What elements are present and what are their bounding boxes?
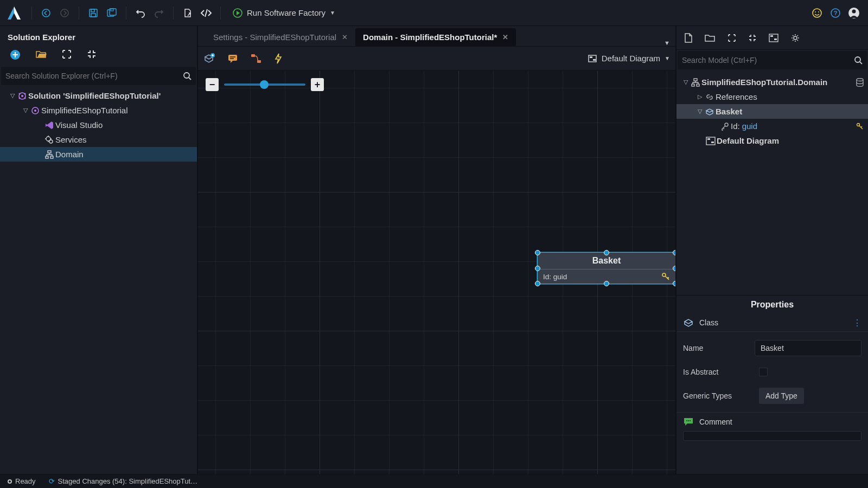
play-icon (233, 8, 242, 18)
visual-studio-icon (43, 120, 55, 130)
model-references[interactable]: ▷ References (676, 89, 868, 104)
save-all-button[interactable] (104, 5, 119, 21)
prop-abstract-checkbox[interactable] (759, 368, 768, 376)
expand-all-button[interactable] (62, 49, 72, 60)
model-default-diagram[interactable]: Default Diagram (676, 133, 868, 148)
zoom-in-button[interactable]: + (311, 78, 324, 91)
item-label: Visual Studio (55, 120, 103, 130)
id-type[interactable]: guid (742, 121, 757, 131)
link-icon (704, 93, 716, 101)
comment-section: Comment (676, 412, 868, 431)
services-icon (43, 135, 55, 145)
add-button[interactable] (10, 49, 21, 60)
solution-node[interactable]: ▽ Solution 'SimplifiedEShopTutorial' (0, 88, 197, 103)
status-bar: Ready ⟳Staged Changes (54): SimplifiedES… (0, 474, 868, 488)
add-event-button[interactable] (274, 53, 283, 65)
svg-point-24 (24, 93, 26, 94)
solution-search[interactable] (1, 67, 196, 85)
run-software-factory-button[interactable]: Run Software Factory ▼ (227, 4, 341, 22)
entity-basket[interactable]: Basket Id: guid (537, 252, 675, 284)
new-file-button[interactable] (684, 33, 693, 43)
back-button[interactable] (39, 5, 54, 21)
svg-point-26 (24, 97, 26, 99)
editor-tabs: Settings - SimplifiedEShopTutorial ✕ Dom… (198, 26, 675, 47)
collapse-all-button[interactable] (748, 34, 757, 42)
expand-all-button[interactable] (727, 34, 736, 42)
model-root-label: SimplifiedEShopTutorial.Domain (701, 78, 827, 87)
caret-icon: ▽ (22, 107, 29, 114)
status-ready: Ready (8, 477, 36, 485)
zoom-slider[interactable] (224, 84, 305, 86)
diagram-view-button[interactable] (769, 34, 778, 42)
svg-point-58 (690, 420, 691, 421)
open-folder-button[interactable] (36, 49, 47, 60)
svg-point-46 (855, 57, 860, 62)
add-class-button[interactable] (203, 53, 215, 65)
model-search[interactable] (678, 51, 867, 69)
zoom-out-button[interactable]: − (206, 78, 219, 91)
tab-overflow-button[interactable]: ▼ (664, 40, 670, 46)
add-comment-button[interactable] (227, 53, 238, 64)
solution-icon (16, 91, 28, 101)
tab-label: Settings - SimplifiedEShopTutorial (213, 33, 336, 42)
default-diagram-label: Default Diagram (717, 136, 779, 145)
collapse-all-button[interactable] (87, 49, 97, 60)
settings-button[interactable] (790, 33, 800, 43)
svg-point-56 (686, 420, 687, 421)
solution-explorer-panel: Solution Explorer ▽ Solution 'Simplified… (0, 26, 198, 474)
code-button[interactable] (199, 5, 214, 21)
main-toolbar: Run Software Factory ▼ ? (0, 0, 868, 26)
svg-point-30 (49, 140, 53, 143)
model-id-attribute[interactable]: Id: guid (676, 119, 868, 133)
svg-rect-37 (257, 60, 261, 63)
save-button[interactable] (86, 5, 101, 21)
svg-rect-54 (707, 138, 710, 140)
tab-settings[interactable]: Settings - SimplifiedEShopTutorial ✕ (206, 28, 355, 46)
solution-search-input[interactable] (5, 72, 183, 80)
add-type-button[interactable]: Add Type (759, 388, 804, 404)
props-menu-button[interactable]: ⋮ (853, 318, 861, 328)
tree-item-visual-studio[interactable]: Visual Studio (0, 118, 197, 132)
model-root[interactable]: ▽ SimplifiedEShopTutorial.Domain (676, 75, 868, 89)
open-folder-button[interactable] (705, 34, 716, 42)
caret-icon: ▽ (696, 108, 704, 115)
svg-marker-1 (14, 7, 21, 20)
tree-item-services[interactable]: Services (0, 132, 197, 147)
tree-item-domain[interactable]: Domain (0, 147, 197, 162)
forward-button[interactable] (57, 5, 72, 21)
item-label: Domain (55, 150, 84, 159)
help-button[interactable]: ? (828, 5, 843, 21)
comment-textarea[interactable] (683, 431, 861, 441)
app-logo (7, 5, 22, 21)
svg-rect-38 (589, 55, 596, 62)
domain-icon (690, 78, 701, 87)
caret-icon: ▽ (9, 92, 16, 99)
undo-button[interactable] (133, 5, 148, 21)
project-node[interactable]: ▽ SimplifiedEShopTutorial (0, 103, 197, 118)
zoom-thumb[interactable] (260, 80, 269, 89)
tab-domain[interactable]: Domain - SimplifiedEShopTutorial* ✕ (355, 28, 516, 46)
diagram-selector[interactable]: Default Diagram ▼ (588, 54, 670, 63)
close-icon[interactable]: ✕ (342, 33, 348, 41)
add-relation-button[interactable] (250, 53, 262, 64)
prop-generic-label: Generic Types (683, 391, 759, 400)
svg-point-13 (815, 11, 816, 12)
zoom-control: − + (206, 78, 324, 91)
svg-point-50 (857, 78, 863, 81)
model-basket[interactable]: ▽ Basket (676, 104, 868, 119)
svg-point-3 (61, 9, 68, 17)
database-icon (856, 78, 864, 87)
model-search-input[interactable] (682, 56, 854, 65)
account-button[interactable] (846, 5, 861, 21)
redo-button[interactable] (151, 5, 167, 21)
svg-text:?: ? (834, 10, 838, 16)
prop-name-row: Name (683, 336, 861, 360)
prop-name-input[interactable] (755, 340, 861, 356)
export-button[interactable] (180, 5, 195, 21)
close-icon[interactable]: ✕ (502, 33, 508, 41)
diagram-canvas[interactable]: − + Basket Id: guid (198, 70, 675, 474)
feedback-button[interactable] (809, 5, 825, 21)
status-staged-changes[interactable]: ⟳Staged Changes (54): SimplifiedEShopTut… (49, 477, 198, 485)
item-label: Services (55, 135, 87, 144)
svg-rect-49 (697, 84, 699, 86)
